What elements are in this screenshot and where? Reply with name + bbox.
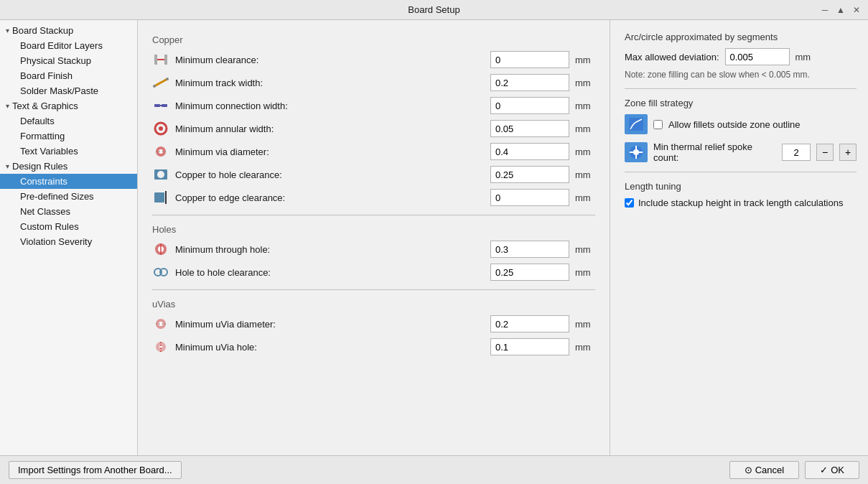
sidebar-item-custom-rules[interactable]: Custom Rules xyxy=(0,219,137,234)
copper-to-hole-input[interactable] xyxy=(490,166,569,183)
import-settings-button[interactable]: Import Settings from Another Board... xyxy=(9,461,182,479)
maximize-button[interactable]: ▲ xyxy=(835,4,846,16)
sidebar-item-formatting[interactable]: Formatting xyxy=(0,129,137,144)
footer-right-buttons: ⊙ Cancel ✓ OK xyxy=(729,461,859,479)
sidebar-item-constraints[interactable]: Constraints xyxy=(0,174,137,189)
chevron-down-icon: ▾ xyxy=(6,102,9,110)
through-hole-icon xyxy=(152,241,169,258)
include-stackup-checkbox[interactable] xyxy=(625,198,634,208)
sidebar-item-pre-defined-sizes[interactable]: Pre-defined Sizes xyxy=(0,189,137,204)
right-panel: Arc/circle approximated by segments Max … xyxy=(610,20,868,455)
field-row-min-through-hole: Minimum through hole: mm xyxy=(152,241,595,258)
copper-to-edge-input[interactable] xyxy=(490,189,569,206)
zone-fill-icon xyxy=(625,114,648,134)
sidebar-group-board-stackup[interactable]: ▾ Board Stackup xyxy=(0,23,137,38)
copper-to-hole-label: Copper to hole clearance: xyxy=(175,169,485,180)
hole-to-hole-unit: mm xyxy=(575,267,595,278)
min-clearance-unit: mm xyxy=(575,55,595,65)
spoke-increment-button[interactable]: + xyxy=(839,144,857,161)
min-connection-width-input[interactable] xyxy=(490,97,569,114)
svg-point-4 xyxy=(153,85,156,88)
ok-button[interactable]: ✓ OK xyxy=(805,461,859,479)
sidebar-item-physical-stackup[interactable]: Physical Stackup xyxy=(0,53,137,68)
sidebar-item-violation-severity[interactable]: Violation Severity xyxy=(0,234,137,249)
min-track-width-label: Minimum track width: xyxy=(175,78,485,88)
content-area: Copper Minimum clearance: mm Minimum tra… xyxy=(138,20,610,455)
allow-fillets-checkbox[interactable] xyxy=(653,120,663,129)
sidebar-item-net-classes[interactable]: Net Classes xyxy=(0,204,137,219)
hole-to-hole-input[interactable] xyxy=(490,264,569,281)
field-row-copper-to-hole: Copper to hole clearance: mm xyxy=(152,166,595,183)
length-tuning-title: Length tuning xyxy=(625,181,857,192)
field-row-hole-to-hole: Hole to hole clearance: mm xyxy=(152,264,595,281)
arc-section-title: Arc/circle approximated by segments xyxy=(625,32,857,42)
arc-deviation-input[interactable] xyxy=(725,48,790,65)
min-clearance-icon xyxy=(152,51,169,68)
ok-icon: ✓ xyxy=(820,465,828,475)
min-uvia-hole-input[interactable] xyxy=(490,338,569,355)
include-stackup-label: Include stackup height in track length c… xyxy=(638,197,843,208)
zone-fill-title: Zone fill strategy xyxy=(625,98,857,108)
field-row-min-clearance: Minimum clearance: mm xyxy=(152,51,595,68)
close-button[interactable]: ✕ xyxy=(851,4,862,16)
svg-rect-16 xyxy=(154,192,164,203)
sidebar-item-text-variables[interactable]: Text Variables xyxy=(0,144,137,159)
min-uvia-hole-unit: mm xyxy=(575,342,595,353)
sidebar-item-solder-mask-paste[interactable]: Solder Mask/Paste xyxy=(0,83,137,98)
min-annular-width-unit: mm xyxy=(575,124,595,134)
min-track-width-input[interactable] xyxy=(490,74,569,91)
copper-section-header: Copper xyxy=(152,34,595,45)
min-annular-width-input[interactable] xyxy=(490,120,569,137)
window-title: Board Setup xyxy=(408,4,459,15)
svg-point-31 xyxy=(633,149,639,155)
sidebar-group-label: Text & Graphics xyxy=(12,101,78,111)
titlebar: Board Setup ─ ▲ ✕ xyxy=(0,0,868,20)
spoke-count-label: Min thermal relief spoke count: xyxy=(653,141,776,163)
svg-point-15 xyxy=(157,171,164,178)
sidebar-item-board-finish[interactable]: Board Finish xyxy=(0,68,137,83)
svg-rect-7 xyxy=(162,104,167,107)
sidebar-item-defaults[interactable]: Defaults xyxy=(0,113,137,129)
cancel-label: Cancel xyxy=(755,465,784,475)
sidebar-group-label: Design Rules xyxy=(12,161,67,172)
min-uvia-diameter-label: Minimum uVia diameter: xyxy=(175,319,485,330)
min-annular-icon xyxy=(152,120,169,137)
minimize-button[interactable]: ─ xyxy=(819,4,831,16)
min-clearance-input[interactable] xyxy=(490,51,569,68)
field-row-copper-to-edge: Copper to edge clearance: mm xyxy=(152,189,595,206)
min-through-hole-label: Minimum through hole: xyxy=(175,244,485,255)
copper-to-hole-unit: mm xyxy=(575,169,595,180)
cancel-button[interactable]: ⊙ Cancel xyxy=(729,461,799,479)
min-via-diameter-input[interactable] xyxy=(490,143,569,160)
field-row-min-annular-width: Minimum annular width: mm xyxy=(152,120,595,137)
spoke-icon xyxy=(625,142,648,162)
min-through-hole-input[interactable] xyxy=(490,241,569,258)
copper-to-edge-unit: mm xyxy=(575,192,595,203)
spoke-count-input[interactable] xyxy=(782,144,811,161)
sidebar-group-text-graphics[interactable]: ▾ Text & Graphics xyxy=(0,98,137,113)
divider-holes-uvias xyxy=(152,289,595,290)
min-track-width-unit: mm xyxy=(575,78,595,88)
allow-fillets-row: Allow fillets outside zone outline xyxy=(625,114,857,134)
min-uvia-diameter-input[interactable] xyxy=(490,315,569,332)
sidebar-item-board-editor-layers[interactable]: Board Editor Layers xyxy=(0,38,137,53)
min-uvia-icon xyxy=(152,315,169,332)
copper-to-edge-label: Copper to edge clearance: xyxy=(175,192,485,203)
sidebar-group-design-rules[interactable]: ▾ Design Rules xyxy=(0,159,137,174)
spoke-decrement-button[interactable]: − xyxy=(816,144,834,161)
chevron-down-icon: ▾ xyxy=(6,27,9,34)
cancel-icon: ⊙ xyxy=(745,465,752,475)
copper-edge-icon xyxy=(152,189,169,206)
min-via-diameter-unit: mm xyxy=(575,146,595,157)
field-row-min-connection-width: Minimum connection width: mm xyxy=(152,97,595,114)
svg-line-3 xyxy=(154,79,167,86)
divider-copper-holes xyxy=(152,215,595,215)
svg-point-10 xyxy=(159,126,163,131)
arc-deviation-unit: mm xyxy=(795,52,816,62)
field-row-min-uvia-hole: Minimum uVia hole: mm xyxy=(152,338,595,355)
ok-label: OK xyxy=(831,465,844,475)
min-connection-icon xyxy=(152,97,169,114)
min-through-hole-unit: mm xyxy=(575,244,595,255)
arc-note: Note: zone filling can be slow when < 0.… xyxy=(625,70,857,80)
main-area: ▾ Board Stackup Board Editor Layers Phys… xyxy=(0,20,868,455)
